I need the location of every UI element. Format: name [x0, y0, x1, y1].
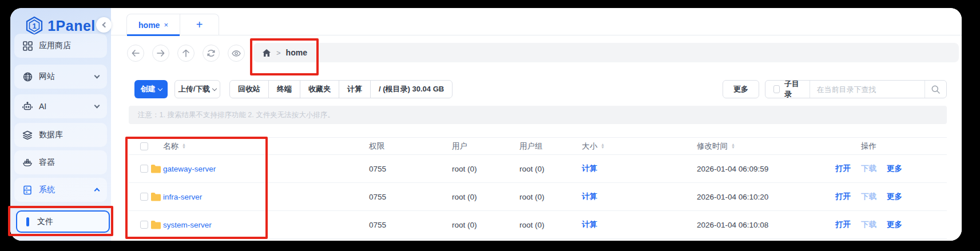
sidebar-item-database[interactable]: 数据库: [14, 123, 107, 147]
annotation-box-name-column: [125, 137, 268, 239]
cell-usergroup: root (0): [519, 155, 545, 182]
refresh-icon: [207, 49, 215, 57]
sidebar-item-container[interactable]: 容器: [14, 150, 107, 174]
sidebar-item-label: 应用商店: [39, 41, 71, 51]
more-link[interactable]: 更多: [887, 164, 902, 174]
recycle-bin-button[interactable]: 回收站: [230, 81, 269, 98]
more-button-label: 更多: [733, 84, 748, 94]
svg-text:1: 1: [33, 22, 37, 30]
cell-user: root (0): [452, 155, 477, 182]
header-usergroup: 用户组: [519, 138, 543, 154]
notice-banner: 注意：1. 搜索结果不支持排序功能 2. 文件夹无法按大小排序。: [129, 106, 947, 124]
annotation-box-breadcrumb: [250, 38, 319, 75]
back-button[interactable]: [127, 45, 144, 62]
refresh-button[interactable]: [203, 45, 220, 62]
root-dir-size-button[interactable]: / (根目录) 30.04 GB: [371, 81, 452, 98]
subdir-label: 子目录: [784, 80, 802, 98]
favorites-button[interactable]: 收藏夹: [300, 81, 339, 98]
chevron-left-icon: [102, 22, 108, 28]
globe-icon: [22, 71, 33, 82]
preview-button[interactable]: [228, 45, 245, 62]
header-operations: 操作: [861, 138, 876, 154]
header-user: 用户: [452, 138, 467, 154]
tab-close-icon[interactable]: ×: [164, 21, 168, 29]
sidebar-item-label: 数据库: [39, 130, 63, 140]
database-icon: [22, 130, 33, 140]
calculate-size-link[interactable]: 计算: [582, 155, 597, 182]
server-icon: [22, 185, 33, 195]
arrow-right-icon: [157, 50, 165, 57]
upload-download-label: 上传/下载: [178, 84, 211, 94]
cell-mtime: 2026-01-04 06:10:20: [697, 183, 768, 210]
upload-download-button[interactable]: 上传/下载: [174, 80, 220, 98]
create-button-label: 创建: [141, 84, 156, 94]
download-link[interactable]: 下载: [861, 220, 876, 230]
tab-add-button[interactable]: +: [180, 14, 219, 35]
more-button[interactable]: 更多: [723, 80, 759, 98]
cell-mtime: 2026-01-04 06:09:59: [697, 155, 768, 182]
sidebar-item-system[interactable]: 系统: [14, 178, 107, 202]
calculate-button[interactable]: 计算: [339, 81, 371, 98]
search-group: 子目录: [765, 80, 947, 98]
cell-mtime: 2026-01-04 06:10:08: [697, 211, 768, 238]
cell-user: root (0): [452, 183, 477, 210]
sort-icon[interactable]: ▲▼: [601, 144, 605, 149]
tool-button-group: 回收站 终端 收藏夹 计算 / (根目录) 30.04 GB: [229, 80, 453, 98]
more-link[interactable]: 更多: [887, 192, 902, 202]
chevron-down-icon: [94, 103, 100, 109]
cell-usergroup: root (0): [519, 211, 545, 238]
chevron-down-icon: [212, 86, 217, 90]
search-button[interactable]: [925, 81, 946, 98]
app-grid-icon: [22, 41, 33, 51]
open-link[interactable]: 打开: [835, 164, 851, 174]
download-link[interactable]: 下载: [861, 192, 876, 202]
arrow-up-icon: [182, 49, 189, 57]
cell-user: root (0): [452, 211, 477, 238]
subdir-toggle[interactable]: 子目录: [765, 81, 810, 98]
cell-permission: 0755: [369, 183, 386, 210]
sidebar-item-website[interactable]: 网站: [14, 65, 107, 89]
sidebar-item-label: 容器: [39, 157, 55, 168]
terminal-button[interactable]: 终端: [269, 81, 300, 98]
chevron-up-icon: [94, 188, 100, 194]
sidebar-item-label: AI: [39, 102, 46, 111]
sort-icon[interactable]: ▲▼: [731, 144, 735, 149]
tab-bar: home × +: [111, 8, 962, 35]
header-permission: 权限: [369, 138, 384, 154]
more-link[interactable]: 更多: [887, 220, 902, 230]
search-icon: [931, 85, 940, 94]
calculate-size-link[interactable]: 计算: [582, 183, 597, 210]
chevron-down-icon: [157, 86, 162, 90]
header-size[interactable]: 大小▲▼: [582, 138, 605, 154]
cell-usergroup: root (0): [519, 183, 545, 210]
download-link[interactable]: 下载: [861, 164, 876, 174]
arrow-left-icon: [132, 50, 140, 57]
breadcrumb: > home: [253, 43, 959, 62]
chevron-down-icon: [94, 73, 100, 79]
sidebar-item-label: 系统: [39, 185, 55, 195]
cell-permission: 0755: [369, 155, 386, 182]
subdir-checkbox[interactable]: [773, 85, 780, 93]
calculate-size-link[interactable]: 计算: [582, 211, 597, 238]
sidebar-collapse-button[interactable]: [96, 17, 112, 33]
open-link[interactable]: 打开: [835, 192, 851, 202]
tab-home[interactable]: home ×: [127, 14, 180, 35]
robot-icon: [22, 101, 33, 111]
sidebar-item-label: 网站: [39, 71, 55, 82]
logo-text: 1Panel: [47, 18, 96, 34]
logo-hexagon-icon: 1: [26, 17, 43, 35]
tab-label: home: [138, 21, 160, 30]
search-input[interactable]: [810, 81, 925, 98]
annotation-box-files-menu: [8, 206, 113, 236]
eye-icon: [232, 50, 241, 57]
up-button[interactable]: [177, 45, 195, 62]
sidebar-item-ai[interactable]: AI: [14, 94, 107, 118]
open-link[interactable]: 打开: [835, 220, 851, 230]
screenshot-canvas: 1 1Panel 应用商店 网站 AI 数据库: [0, 0, 980, 251]
create-button[interactable]: 创建: [134, 80, 168, 98]
header-mtime[interactable]: 修改时间▲▼: [697, 138, 735, 154]
cell-permission: 0755: [369, 211, 386, 238]
forward-button[interactable]: [152, 45, 169, 62]
sidebar-item-appstore[interactable]: 应用商店: [14, 34, 107, 58]
container-icon: [22, 157, 33, 168]
